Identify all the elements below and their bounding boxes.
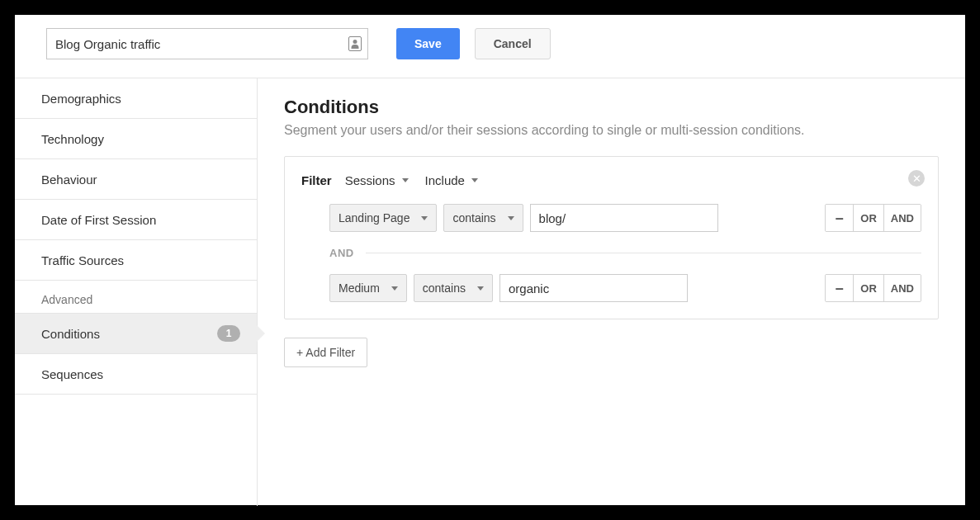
operator-dropdown[interactable]: contains: [443, 204, 523, 232]
dimension-dropdown[interactable]: Landing Page: [329, 204, 437, 232]
chevron-down-icon: [477, 286, 484, 291]
sidebar-item-technology[interactable]: Technology: [15, 119, 257, 159]
rule-row: Medium contains – OR AND: [301, 274, 921, 302]
operator-dropdown[interactable]: contains: [414, 274, 493, 302]
chevron-down-icon: [391, 286, 398, 291]
and-button[interactable]: AND: [884, 205, 921, 231]
close-icon: ✕: [912, 173, 921, 185]
dimension-value: Landing Page: [339, 211, 410, 225]
rule-value-input[interactable]: [499, 274, 688, 302]
sidebar-item-label: Date of First Session: [41, 213, 156, 227]
sidebar-item-behaviour[interactable]: Behaviour: [15, 159, 257, 200]
sidebar-heading-advanced: Advanced: [15, 281, 257, 314]
rule-row: Landing Page contains – OR AND: [301, 204, 921, 232]
filter-mode-dropdown[interactable]: Include: [422, 172, 481, 189]
save-button[interactable]: Save: [396, 28, 460, 59]
segment-name-input[interactable]: [46, 28, 368, 59]
or-button[interactable]: OR: [854, 205, 884, 231]
remove-filter-button[interactable]: ✕: [908, 170, 925, 187]
operator-value: contains: [452, 211, 495, 225]
dimension-value: Medium: [339, 281, 380, 295]
panel-subtitle: Segment your users and/or their sessions…: [284, 123, 939, 138]
conditions-count-badge: 1: [217, 325, 240, 342]
and-divider: AND: [301, 232, 921, 274]
chevron-down-icon: [508, 216, 514, 220]
or-button[interactable]: OR: [854, 275, 884, 301]
chevron-down-icon: [421, 216, 428, 220]
top-bar: Save Cancel: [15, 15, 965, 78]
filter-scope-dropdown[interactable]: Sessions: [342, 172, 412, 189]
sidebar-item-label: Conditions: [41, 327, 100, 341]
chevron-down-icon: [471, 178, 478, 182]
sidebar-heading-label: Advanced: [41, 293, 92, 306]
panel-title: Conditions: [284, 97, 939, 118]
segment-sidebar: Demographics Technology Behaviour Date o…: [15, 78, 258, 506]
main-panel: Conditions Segment your users and/or the…: [258, 78, 965, 506]
sidebar-item-date-first-session[interactable]: Date of First Session: [15, 200, 257, 240]
add-filter-button[interactable]: + Add Filter: [284, 338, 367, 367]
filter-header: Filter Sessions Include: [301, 172, 921, 189]
person-card-icon: [348, 36, 362, 51]
sidebar-item-label: Behaviour: [41, 173, 97, 187]
filter-mode-value: Include: [425, 173, 465, 187]
sidebar-item-sequences[interactable]: Sequences: [15, 354, 257, 395]
remove-rule-button[interactable]: –: [826, 275, 854, 301]
sidebar-item-label: Traffic Sources: [41, 253, 124, 267]
filter-box: ✕ Filter Sessions Include: [284, 156, 939, 319]
sidebar-item-label: Sequences: [41, 367, 103, 381]
sidebar-item-traffic-sources[interactable]: Traffic Sources: [15, 240, 257, 281]
and-label: AND: [329, 247, 354, 259]
and-button[interactable]: AND: [884, 275, 921, 301]
chevron-down-icon: [402, 178, 409, 182]
operator-value: contains: [423, 281, 466, 295]
rule-ops: – OR AND: [825, 204, 921, 232]
rule-ops: – OR AND: [825, 274, 921, 302]
filter-scope-value: Sessions: [345, 173, 395, 187]
remove-rule-button[interactable]: –: [826, 205, 854, 231]
sidebar-item-label: Demographics: [41, 92, 121, 106]
filter-label: Filter: [301, 173, 332, 187]
cancel-button[interactable]: Cancel: [475, 28, 551, 59]
sidebar-item-label: Technology: [41, 132, 104, 146]
rule-value-input[interactable]: [530, 204, 718, 232]
dimension-dropdown[interactable]: Medium: [329, 274, 407, 302]
divider-line: [366, 253, 921, 253]
sidebar-item-demographics[interactable]: Demographics: [15, 78, 257, 119]
sidebar-item-conditions[interactable]: Conditions 1: [15, 314, 257, 354]
segment-name-field-wrap: [46, 28, 368, 59]
